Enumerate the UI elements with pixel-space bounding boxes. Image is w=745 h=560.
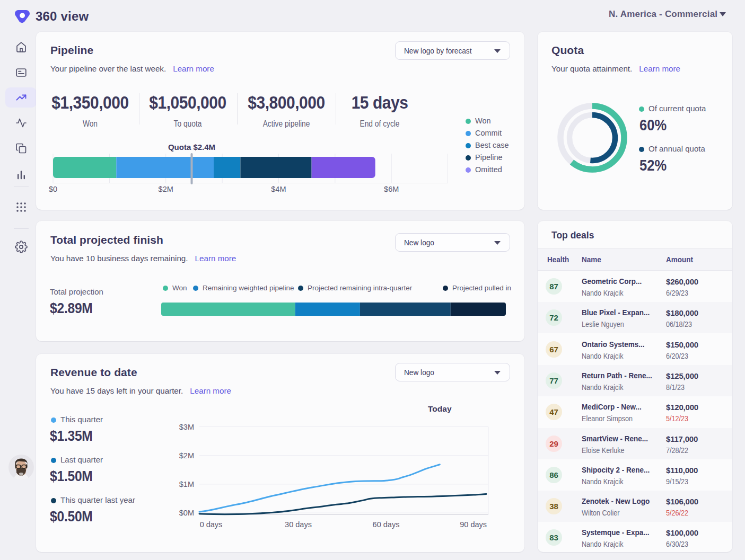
svg-text:90 days: 90 days <box>460 520 487 529</box>
svg-text:30 days: 30 days <box>285 520 312 529</box>
svg-text:$4M: $4M <box>271 185 286 193</box>
svg-text:$0: $0 <box>49 185 57 193</box>
svg-text:$6M: $6M <box>384 185 399 193</box>
svg-text:$2M: $2M <box>179 451 194 460</box>
svg-text:$1M: $1M <box>179 480 194 488</box>
svg-text:0 days: 0 days <box>200 520 223 529</box>
svg-text:60 days: 60 days <box>373 520 400 529</box>
svg-text:$3M: $3M <box>179 423 194 431</box>
svg-text:$2M: $2M <box>159 185 173 193</box>
svg-text:$0M: $0M <box>179 509 194 517</box>
svg-text:Quota $2.4M: Quota $2.4M <box>168 143 215 152</box>
svg-text:Today: Today <box>428 405 452 413</box>
